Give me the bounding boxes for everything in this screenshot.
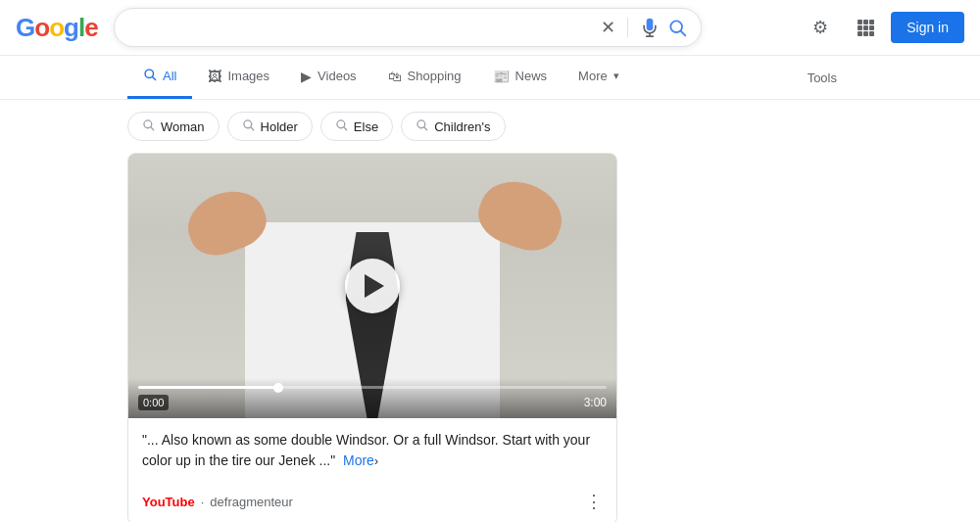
- google-logo: Google: [16, 13, 98, 43]
- svg-rect-9: [869, 25, 874, 30]
- svg-rect-10: [858, 31, 862, 36]
- chip-search-icon-else: [335, 119, 348, 134]
- chip-holder[interactable]: Holder: [227, 112, 313, 141]
- svg-rect-7: [858, 25, 862, 30]
- progress-bar[interactable]: [138, 386, 607, 389]
- tab-news-label: News: [515, 69, 548, 83]
- search-input[interactable]: how to tie a necktie: [128, 19, 591, 36]
- time-current: 0:00: [138, 395, 169, 410]
- progress-bar-fill: [138, 386, 278, 389]
- video-thumbnail[interactable]: 0:00 3:00: [128, 154, 616, 418]
- svg-rect-4: [858, 20, 862, 24]
- tools-button[interactable]: Tools: [792, 59, 853, 97]
- clear-icon[interactable]: ✕: [601, 17, 615, 38]
- tab-images-label: Images: [227, 69, 270, 83]
- source-author: defragmenteur: [210, 495, 293, 509]
- tab-all[interactable]: All: [127, 56, 192, 99]
- tab-images[interactable]: 🖼 Images: [192, 57, 285, 99]
- tab-shopping[interactable]: 🛍 Shopping: [372, 57, 477, 99]
- svg-rect-12: [869, 31, 874, 36]
- voice-search-icon[interactable]: [640, 18, 660, 37]
- tab-more[interactable]: More ▾: [563, 57, 635, 98]
- video-source: YouTube · defragmenteur ⋮: [128, 483, 616, 522]
- svg-rect-6: [869, 20, 874, 24]
- video-options-menu[interactable]: ⋮: [585, 491, 603, 512]
- chip-else[interactable]: Else: [320, 112, 393, 141]
- chip-holder-label: Holder: [261, 119, 298, 134]
- sign-in-button[interactable]: Sign in: [891, 12, 964, 43]
- shopping-tab-icon: 🛍: [388, 69, 402, 84]
- chip-woman[interactable]: Woman: [127, 112, 220, 141]
- svg-line-18: [250, 127, 253, 130]
- progress-dot: [273, 383, 283, 393]
- separator: [627, 18, 628, 37]
- tab-shopping-label: Shopping: [408, 69, 462, 83]
- all-tab-icon: [143, 68, 157, 84]
- search-submit-icon[interactable]: [667, 18, 687, 37]
- chip-childrens-label: Children's: [434, 119, 490, 134]
- tab-videos[interactable]: ▶ Videos: [285, 57, 372, 99]
- chip-woman-label: Woman: [161, 119, 205, 134]
- svg-rect-8: [863, 25, 868, 30]
- apps-icon-button[interactable]: [846, 8, 885, 47]
- svg-line-3: [680, 31, 685, 36]
- suggestions: Woman Holder Else Children's: [0, 100, 980, 153]
- more-link[interactable]: More: [343, 452, 374, 468]
- source-separator: ·: [201, 495, 205, 509]
- tab-videos-label: Videos: [318, 69, 357, 83]
- video-card: 0:00 3:00 "... Also known as some double…: [127, 153, 617, 522]
- chip-search-icon-childrens: [416, 119, 428, 134]
- chip-search-icon-holder: [242, 119, 255, 134]
- video-controls: 0:00 3:00: [128, 378, 616, 418]
- svg-line-14: [152, 76, 155, 79]
- youtube-logo: YouTube: [142, 495, 195, 509]
- svg-line-20: [344, 127, 347, 130]
- more-tab-label: More: [578, 69, 608, 83]
- images-tab-icon: 🖼: [208, 69, 221, 84]
- svg-rect-11: [863, 31, 868, 36]
- more-arrow-icon: ›: [374, 454, 378, 468]
- search-actions: ✕: [601, 17, 687, 38]
- time-total: 3:00: [584, 396, 607, 409]
- tab-all-label: All: [163, 69, 176, 83]
- more-tab-chevron: ▾: [613, 70, 619, 82]
- search-bar: how to tie a necktie ✕: [114, 8, 702, 47]
- chip-else-label: Else: [354, 119, 378, 134]
- settings-icon-button[interactable]: ⚙: [801, 8, 840, 47]
- main-content: 0:00 3:00 "... Also known as some double…: [0, 153, 784, 522]
- svg-line-16: [151, 127, 154, 130]
- news-tab-icon: 📰: [493, 69, 510, 84]
- search-input-wrapper[interactable]: how to tie a necktie ✕: [114, 8, 702, 47]
- header-right: ⚙ Sign in: [801, 8, 964, 47]
- time-row: 0:00 3:00: [138, 395, 607, 410]
- nav-tabs: All 🖼 Images ▶ Videos 🛍 Shopping 📰 News …: [0, 56, 980, 100]
- chip-search-icon-woman: [142, 119, 155, 134]
- svg-line-22: [424, 127, 427, 130]
- play-button[interactable]: [345, 259, 400, 313]
- play-triangle-icon: [365, 274, 384, 298]
- chip-childrens[interactable]: Children's: [401, 112, 505, 141]
- google-logo-area[interactable]: Google: [16, 13, 98, 43]
- videos-tab-icon: ▶: [301, 69, 312, 84]
- video-description: "... Also known as some double Windsor. …: [128, 418, 616, 483]
- svg-rect-5: [863, 20, 868, 24]
- tab-news[interactable]: 📰 News: [477, 57, 564, 99]
- header: Google how to tie a necktie ✕: [0, 0, 980, 56]
